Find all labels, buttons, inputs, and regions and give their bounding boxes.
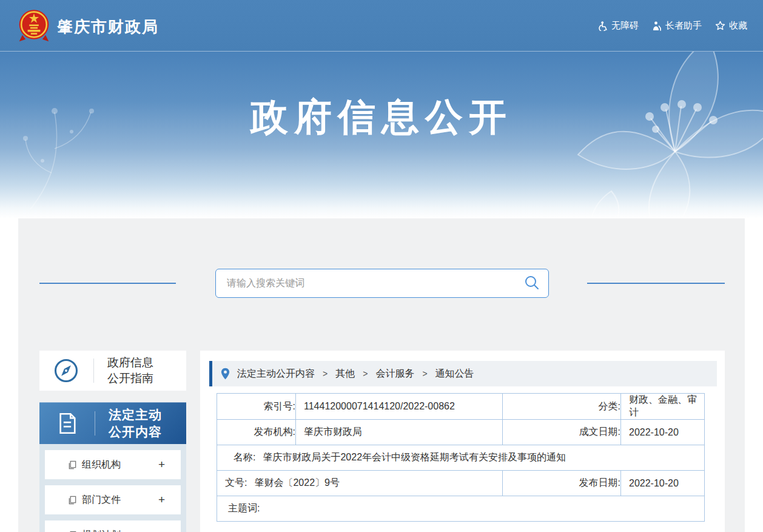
top-header-bar: 肇庆市财政局 无障碍 长者助手 (0, 0, 763, 52)
accessibility-link[interactable]: 无障碍 (598, 20, 639, 32)
divider (95, 411, 95, 436)
banner: 政府信息公开 (0, 52, 763, 218)
page-title: 政府信息公开 (0, 52, 763, 143)
sidebar-guide-label: 政府信息 公开指南 (107, 355, 153, 386)
breadcrumb: 法定主动公开内容 > 其他 > 会计服务 > 通知公告 (209, 361, 717, 386)
pages-icon (68, 496, 77, 505)
menu-item-label: 组织机构 (82, 459, 158, 471)
pages-icon (68, 460, 77, 470)
doc-no-cell: 文号:肇财会〔2022〕9号 (217, 471, 503, 496)
index-value: 114412000071414120/2022-00862 (296, 394, 503, 420)
index-label: 索引号: (217, 394, 296, 420)
table-row: 文号:肇财会〔2022〕9号 发布日期: 2022-10-20 (217, 471, 705, 496)
menu-item-label: 规划计划 (82, 529, 158, 532)
sidebar-item-organization[interactable]: 组织机构 + (45, 450, 181, 479)
table-row: 主题词: (217, 496, 705, 522)
sidebar-item-guide[interactable]: 政府信息 公开指南 (39, 351, 186, 391)
keywords-label: 主题词: (228, 503, 260, 513)
location-pin-icon (221, 368, 230, 380)
date-written-label: 成文日期: (503, 420, 621, 445)
expand-plus-icon[interactable]: + (158, 493, 165, 507)
expand-plus-icon[interactable]: + (158, 528, 165, 532)
search-icon (524, 275, 540, 291)
sidebar-active-label: 法定主动 公开内容 (109, 406, 162, 440)
breadcrumb-item-accounting[interactable]: 会计服务 (375, 368, 414, 380)
search-box (215, 269, 549, 298)
table-row: 索引号: 114412000071414120/2022-00862 分类: 财… (217, 394, 705, 420)
expand-plus-icon[interactable]: + (158, 458, 165, 471)
document-icon (55, 411, 80, 436)
search-button[interactable] (523, 275, 540, 292)
content-card: 法定主动公开内容 > 其他 > 会计服务 > 通知公告 索引号: 1144120… (200, 351, 725, 532)
date-written-value: 2022-10-20 (621, 420, 705, 445)
search-input[interactable] (215, 269, 549, 298)
national-emblem-icon[interactable] (18, 8, 50, 44)
publisher-label: 发布机构: (217, 420, 296, 445)
favorite-link[interactable]: 收藏 (715, 20, 747, 32)
table-row: 名称:肇庆市财政局关于2022年会计中级资格延期考试有关安排及事项的通知 (217, 445, 705, 471)
divider (93, 359, 94, 383)
sidebar-item-statutory-disclosure[interactable]: 法定主动 公开内容 (39, 402, 186, 445)
publisher-value: 肇庆市财政局 (296, 420, 503, 445)
breadcrumb-item-statutory[interactable]: 法定主动公开内容 (237, 368, 315, 380)
name-value: 肇庆市财政局关于2022年会计中级资格延期考试有关安排及事项的通知 (263, 452, 566, 462)
page: 肇庆市财政局 无障碍 长者助手 (0, 0, 763, 532)
doc-no-value: 肇财会〔2022〕9号 (254, 477, 340, 488)
breadcrumb-item-other[interactable]: 其他 (335, 368, 355, 380)
elder-mode-label: 长者助手 (665, 20, 702, 32)
elder-mode-link[interactable]: 长者助手 (652, 20, 702, 32)
date-pub-value: 2022-10-20 (621, 471, 705, 496)
site-title: 肇庆市财政局 (57, 16, 159, 38)
sidebar-submenu: 组织机构 + 部门文件 + 规划计划 + (39, 444, 186, 532)
menu-item-label: 部门文件 (82, 494, 158, 507)
wheelchair-icon (598, 21, 608, 31)
breadcrumb-separator: > (323, 369, 328, 379)
star-icon (715, 21, 725, 31)
sidebar-item-partially-visible[interactable]: 规划计划 + (45, 520, 181, 532)
elder-person-icon (652, 21, 662, 31)
name-row: 名称:肇庆市财政局关于2022年会计中级资格延期考试有关安排及事项的通知 (217, 445, 705, 471)
category-label: 分类: (503, 394, 621, 420)
document-info-table: 索引号: 114412000071414120/2022-00862 分类: 财… (217, 393, 705, 522)
category-value: 财政、金融、审计 (621, 394, 705, 420)
date-pub-label: 发布日期: (503, 471, 621, 496)
favorite-label: 收藏 (729, 20, 747, 32)
accessibility-label: 无障碍 (611, 20, 639, 32)
header-utils: 无障碍 长者助手 收藏 (598, 0, 747, 52)
table-row: 发布机构: 肇庆市财政局 成文日期: 2022-10-20 (217, 420, 705, 445)
main-panel: 政府信息 公开指南 法定主动 公开内容 组 (18, 218, 745, 532)
doc-no-label: 文号: (225, 477, 247, 488)
decorative-line-left (39, 283, 176, 284)
sidebar-item-department-documents[interactable]: 部门文件 + (45, 485, 181, 514)
decorative-line-right (587, 283, 725, 284)
breadcrumb-separator: > (422, 369, 427, 379)
breadcrumb-item-notice[interactable]: 通知公告 (435, 368, 474, 380)
breadcrumb-separator: > (363, 369, 368, 379)
keywords-cell: 主题词: (217, 496, 705, 522)
compass-icon (53, 358, 79, 383)
name-label: 名称: (234, 452, 255, 462)
